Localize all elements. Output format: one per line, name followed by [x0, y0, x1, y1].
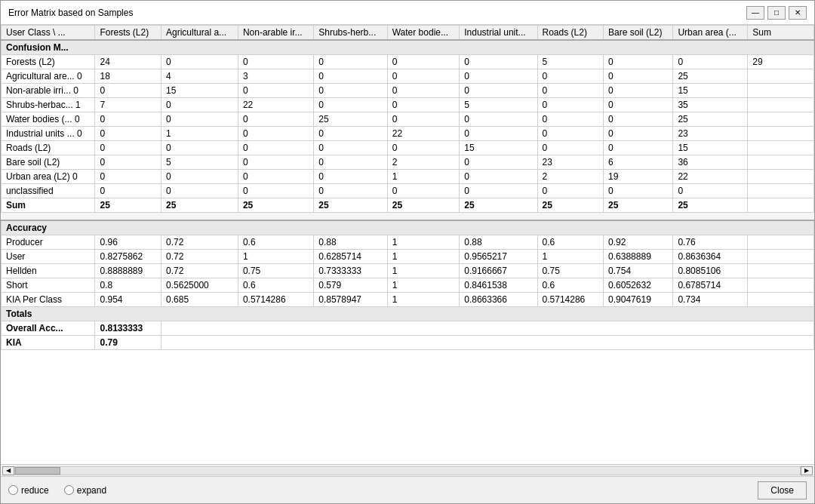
main-window: Error Matrix based on Samples — □ ✕ User… — [0, 0, 815, 504]
cell: 0 — [387, 141, 460, 155]
close-button[interactable]: Close — [758, 481, 807, 499]
totals-label: Totals — [2, 306, 814, 321]
table-row: unclassified 0 0 0 0 0 0 0 0 0 — [2, 184, 814, 198]
scrollbar-track[interactable] — [14, 466, 801, 475]
row-label: Bare soil (L2) — [2, 155, 95, 170]
row-label: Short — [2, 278, 95, 292]
table-row: Bare soil (L2) 0 5 0 0 2 0 23 6 36 — [2, 155, 814, 170]
cell: 0 — [604, 84, 673, 98]
scrollbar-thumb[interactable] — [15, 467, 60, 475]
table-row: Producer 0.96 0.72 0.6 0.88 1 0.88 0.6 0… — [2, 235, 814, 249]
cell — [748, 84, 814, 98]
col-header-8: Urban area (... — [673, 26, 748, 41]
cell: 0 — [604, 55, 673, 69]
expand-radio-label[interactable]: expand — [64, 485, 106, 496]
row-col-header: User Class \ ... — [2, 26, 95, 41]
cell: 1 — [537, 249, 604, 263]
cell: 23 — [537, 155, 604, 170]
cell: 0 — [460, 155, 537, 170]
cell: 0.5625000 — [161, 278, 238, 292]
horizontal-scrollbar[interactable]: ◀ ▶ — [1, 464, 814, 476]
cell: 0.8461538 — [460, 278, 537, 292]
scroll-left-button[interactable]: ◀ — [2, 466, 14, 475]
cell: 0.75 — [238, 263, 313, 278]
bottom-bar: reduce expand Close — [1, 476, 814, 503]
cell: 0 — [387, 55, 460, 69]
cell — [748, 235, 814, 249]
cell: 0 — [387, 69, 460, 84]
cell — [748, 249, 814, 263]
cell: 0 — [314, 98, 387, 112]
row-label: unclassified — [2, 184, 95, 198]
cell: 0 — [460, 84, 537, 98]
window-controls: — □ ✕ — [746, 6, 807, 20]
cell: 25 — [537, 198, 604, 213]
cell: 25 — [314, 112, 387, 127]
cell: 0 — [95, 84, 161, 98]
cell: 0 — [238, 141, 313, 155]
col-header-1: Agricultural a... — [161, 26, 238, 41]
accuracy-label: Accuracy — [2, 220, 814, 235]
row-label: Agricultural are... 0 — [2, 69, 95, 84]
cell: 1 — [238, 249, 313, 263]
cell: 0 — [95, 170, 161, 184]
table-row: Urban area (L2) 0 0 0 0 0 1 0 2 19 22 — [2, 170, 814, 184]
reduce-radio-label[interactable]: reduce — [8, 485, 49, 496]
scroll-right-button[interactable]: ▶ — [801, 466, 813, 475]
table-container[interactable]: User Class \ ... Forests (L2) Agricultur… — [1, 25, 814, 464]
cell: 1 — [161, 127, 238, 141]
cell: 25 — [161, 198, 238, 213]
cell: 0.6 — [537, 278, 604, 292]
row-label: Sum — [2, 198, 95, 213]
cell: 0 — [537, 112, 604, 127]
expand-radio[interactable] — [64, 485, 74, 495]
cell — [748, 263, 814, 278]
cell: 0 — [161, 170, 238, 184]
cell: 29 — [748, 55, 814, 69]
cell: 0.72 — [161, 263, 238, 278]
cell: 0.685 — [161, 292, 238, 306]
close-window-button[interactable]: ✕ — [789, 6, 807, 20]
reduce-radio[interactable] — [8, 485, 18, 495]
cell: 22 — [387, 127, 460, 141]
cell: 25 — [387, 198, 460, 213]
cell: 25 — [460, 198, 537, 213]
cell: 2 — [537, 170, 604, 184]
cell: 0 — [460, 55, 537, 69]
cell: 0 — [314, 55, 387, 69]
cell: 0.954 — [95, 292, 161, 306]
cell: 5 — [161, 155, 238, 170]
row-label: Non-arable irri... 0 — [2, 84, 95, 98]
cell: 0.72 — [161, 249, 238, 263]
title-bar: Error Matrix based on Samples — □ ✕ — [1, 1, 814, 25]
minimize-button[interactable]: — — [746, 6, 764, 20]
overall-accuracy-row: Overall Acc... 0.8133333 — [2, 321, 814, 335]
table-row: Agricultural are... 0 18 4 3 0 0 0 0 0 2… — [2, 69, 814, 84]
row-label: KIA Per Class — [2, 292, 95, 306]
cell: 0.6285714 — [314, 249, 387, 263]
table-row: Forests (L2) 24 0 0 0 0 0 5 0 0 29 — [2, 55, 814, 69]
table-row: User 0.8275862 0.72 1 0.6285714 1 0.9565… — [2, 249, 814, 263]
cell: 0.92 — [604, 235, 673, 249]
cell: 4 — [161, 69, 238, 84]
cell: 0 — [604, 127, 673, 141]
cell: 15 — [460, 141, 537, 155]
cell: 0 — [238, 184, 313, 198]
cell: 0 — [673, 184, 748, 198]
row-label: Producer — [2, 235, 95, 249]
table-row: Short 0.8 0.5625000 0.6 0.579 1 0.846153… — [2, 278, 814, 292]
cell — [748, 170, 814, 184]
cell: 15 — [673, 84, 748, 98]
cell: 0 — [314, 69, 387, 84]
cell: 36 — [673, 155, 748, 170]
cell: 0.9166667 — [460, 263, 537, 278]
col-header-4: Water bodie... — [387, 26, 460, 41]
cell: 0 — [95, 184, 161, 198]
cell: 0 — [537, 127, 604, 141]
table-row: KIA Per Class 0.954 0.685 0.5714286 0.85… — [2, 292, 814, 306]
cell: 0.8578947 — [314, 292, 387, 306]
maximize-button[interactable]: □ — [767, 6, 786, 20]
row-label: Shrubs-herbac... 1 — [2, 98, 95, 112]
cell: 0 — [387, 98, 460, 112]
cell: 0.754 — [604, 263, 673, 278]
